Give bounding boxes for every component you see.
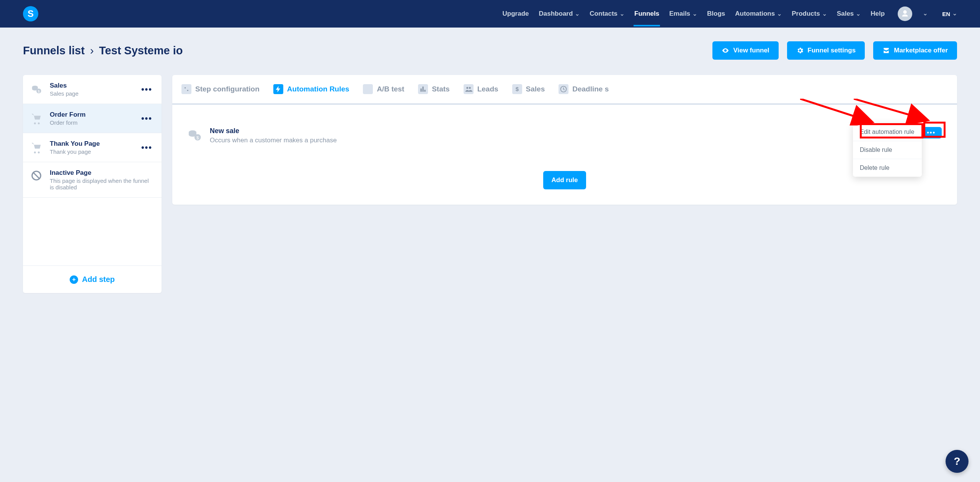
content-columns: $ Sales Sales page ••• Order Form Order … — [23, 75, 957, 293]
nav-emails-label: Emails — [669, 10, 690, 18]
split-icon — [363, 84, 373, 94]
svg-text:$: $ — [196, 135, 199, 140]
rule-subtitle: Occurs when a customer makes a purchase — [210, 137, 337, 144]
nav-sales-label: Sales — [837, 10, 854, 18]
marketplace-offer-label: Marketplace offer — [894, 47, 948, 54]
avatar[interactable] — [898, 7, 912, 21]
menu-disable-rule[interactable]: Disable rule — [853, 141, 922, 159]
users-icon — [464, 84, 474, 94]
step-tabs: Step configuration Automation Rules A/B … — [172, 75, 957, 105]
eye-icon — [722, 47, 729, 54]
nav-help[interactable]: Help — [870, 2, 885, 26]
add-step-label: Add step — [82, 275, 115, 284]
nav-automations-label: Automations — [735, 10, 775, 18]
logo[interactable]: S — [23, 6, 38, 21]
step-menu-icon[interactable]: ••• — [141, 143, 152, 153]
add-rule-button[interactable]: Add rule — [543, 171, 586, 189]
breadcrumb-root[interactable]: Funnels list — [23, 44, 85, 57]
language-selector[interactable]: EN — [942, 11, 957, 17]
nav-upgrade[interactable]: Upgrade — [502, 2, 530, 26]
rule-menu-button[interactable]: ••• — [921, 127, 942, 138]
nav-funnels[interactable]: Funnels — [634, 2, 660, 26]
chevron-down-icon — [856, 11, 861, 16]
svg-text:$: $ — [38, 89, 40, 93]
svg-point-10 — [466, 87, 468, 89]
page-body: Funnels list › Test Systeme io View funn… — [0, 28, 980, 293]
blocked-icon — [30, 169, 43, 182]
step-text: Thank You Page Thank you page — [50, 140, 134, 155]
nav-products[interactable]: Products — [791, 2, 828, 26]
step-sales[interactable]: $ Sales Sales page ••• — [23, 75, 162, 104]
marketplace-offer-button[interactable]: Marketplace offer — [873, 41, 957, 60]
tab-label: Sales — [526, 85, 545, 93]
step-title: Order Form — [50, 111, 134, 119]
tab-label: Deadline s — [572, 85, 609, 93]
cart-icon — [30, 141, 43, 154]
chevron-down-icon — [822, 11, 827, 16]
nav-links: Upgrade Dashboard Contacts Funnels Email… — [502, 2, 957, 26]
add-rule-wrap: Add rule — [186, 171, 943, 189]
step-menu-icon[interactable]: ••• — [141, 85, 152, 94]
coins-icon: $ — [186, 127, 203, 144]
svg-rect-7 — [421, 88, 422, 91]
step-thank-you[interactable]: Thank You Page Thank you page ••• — [23, 133, 162, 162]
nav-emails[interactable]: Emails — [668, 2, 698, 26]
funnel-steps-sidebar: $ Sales Sales page ••• Order Form Order … — [23, 75, 162, 293]
funnel-settings-button[interactable]: Funnel settings — [787, 41, 865, 60]
tab-ab-test[interactable]: A/B test — [363, 75, 404, 105]
coins-icon: $ — [30, 83, 43, 96]
automation-rules-area: $ New sale Occurs when a customer makes … — [172, 105, 957, 205]
tab-step-configuration[interactable]: Step configuration — [181, 75, 260, 105]
svg-point-5 — [185, 87, 186, 88]
step-menu-icon[interactable]: ••• — [141, 114, 152, 124]
menu-edit-rule[interactable]: Edit automation rule — [853, 123, 922, 141]
nav-blogs-label: Blogs — [707, 10, 725, 18]
step-subtitle: Sales page — [50, 90, 134, 97]
nav-automations[interactable]: Automations — [734, 2, 782, 26]
tab-leads[interactable]: Leads — [464, 75, 498, 105]
nav-sales[interactable]: Sales — [836, 2, 861, 26]
tab-label: Step configuration — [195, 85, 260, 93]
breadcrumb-current: Test Systeme io — [99, 44, 183, 57]
step-subtitle: This page is displayed when the funnel i… — [50, 177, 152, 191]
step-order-form[interactable]: Order Form Order form ••• — [23, 104, 162, 133]
tab-stats[interactable]: Stats — [418, 75, 449, 105]
tab-sales[interactable]: $ Sales — [512, 75, 545, 105]
step-subtitle: Thank you page — [50, 148, 134, 155]
nav-contacts[interactable]: Contacts — [589, 2, 625, 26]
chevron-down-icon — [620, 11, 624, 16]
chevron-down-icon[interactable] — [923, 11, 928, 16]
tab-deadline[interactable]: Deadline s — [559, 75, 609, 105]
main-panel: Step configuration Automation Rules A/B … — [172, 75, 957, 205]
nav-dashboard[interactable]: Dashboard — [538, 2, 581, 26]
nav-products-label: Products — [792, 10, 820, 18]
nav-upgrade-label: Upgrade — [503, 10, 529, 18]
step-title: Sales — [50, 82, 134, 90]
svg-point-11 — [469, 87, 470, 89]
add-step-button[interactable]: + Add step — [23, 265, 162, 293]
step-title: Thank You Page — [50, 140, 134, 148]
rule-dropdown: Edit automation rule Disable rule Delete… — [853, 123, 922, 177]
nav-help-label: Help — [871, 10, 885, 18]
bolt-icon — [273, 84, 283, 94]
rule-actions: ••• Edit automation rule Disable rule De… — [921, 127, 943, 138]
header-actions: View funnel Funnel settings Marketplace … — [712, 41, 957, 60]
nav-contacts-label: Contacts — [590, 10, 617, 18]
chevron-down-icon — [575, 11, 580, 16]
chevron-down-icon — [952, 11, 957, 16]
cart-icon — [30, 112, 43, 125]
view-funnel-button[interactable]: View funnel — [712, 41, 778, 60]
rule-title: New sale — [210, 127, 337, 135]
svg-rect-8 — [423, 86, 424, 91]
breadcrumb-sep-icon: › — [90, 44, 94, 57]
dollar-icon: $ — [512, 84, 522, 94]
page-header: Funnels list › Test Systeme io View funn… — [23, 41, 957, 60]
language-label: EN — [942, 11, 950, 17]
tab-automation-rules[interactable]: Automation Rules — [273, 75, 350, 105]
help-fab[interactable]: ? — [946, 450, 969, 473]
nav-blogs[interactable]: Blogs — [706, 2, 726, 26]
funnel-settings-label: Funnel settings — [808, 47, 856, 54]
tab-label: Stats — [432, 85, 449, 93]
menu-delete-rule[interactable]: Delete rule — [853, 159, 922, 177]
step-text: Sales Sales page — [50, 82, 134, 97]
